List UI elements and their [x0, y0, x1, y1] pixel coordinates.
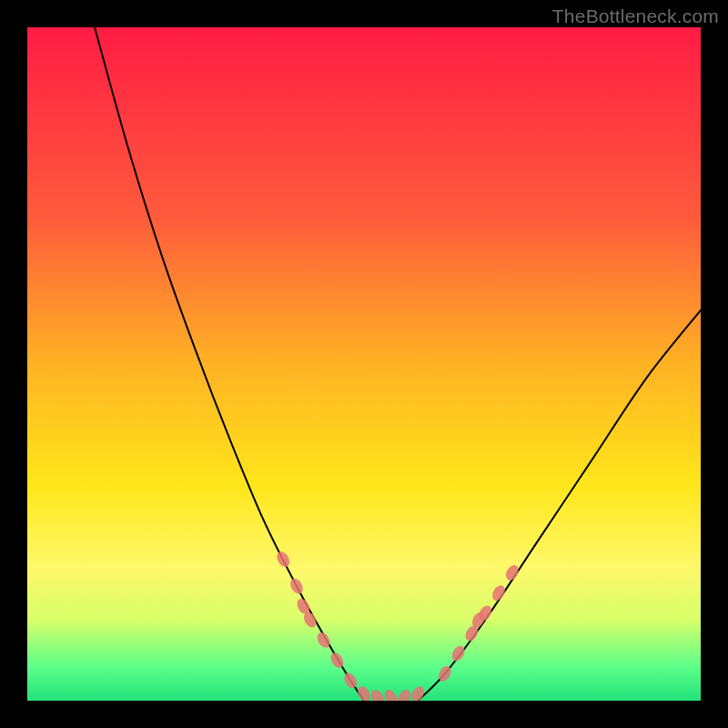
- sample-point: [355, 684, 372, 701]
- sample-point: [275, 550, 292, 570]
- sample-point: [410, 684, 427, 701]
- chart-frame: [27, 27, 701, 701]
- sample-point: [382, 688, 399, 701]
- sample-point: [369, 688, 386, 701]
- curve-left: [95, 27, 364, 701]
- sample-point: [396, 688, 413, 701]
- sample-point: [342, 671, 359, 691]
- sample-point: [490, 583, 507, 603]
- curve-right: [418, 310, 701, 701]
- chart-svg: [27, 27, 701, 701]
- watermark-text: TheBottleneck.com: [552, 5, 719, 27]
- sample-point: [503, 563, 521, 583]
- sample-point: [450, 643, 467, 663]
- right-curve-path: [418, 310, 701, 701]
- left-curve-path: [95, 27, 364, 701]
- sample-point: [288, 576, 305, 596]
- marker-group: [275, 550, 521, 701]
